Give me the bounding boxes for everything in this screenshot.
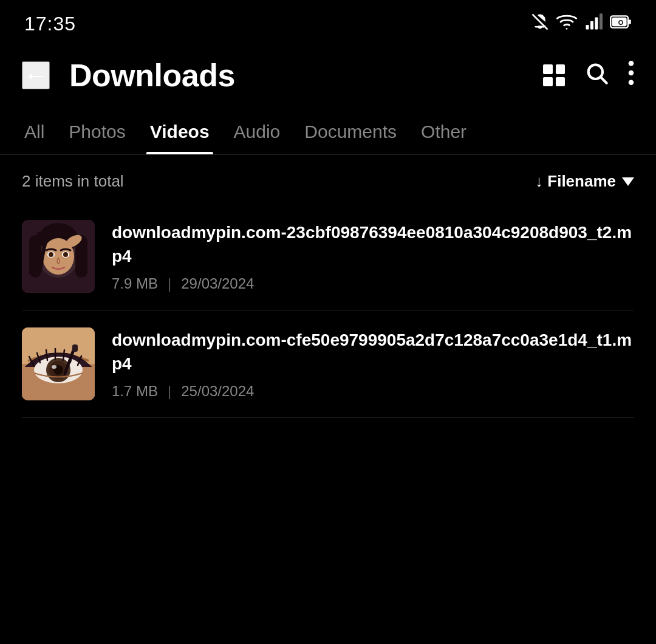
file-size: 7.9 MB: [112, 275, 158, 292]
back-button[interactable]: ←: [22, 61, 50, 89]
svg-point-12: [629, 70, 634, 76]
wifi-icon: [556, 13, 577, 35]
app-header: ← Downloads: [0, 43, 656, 108]
status-bar: 17:35: [0, 0, 656, 43]
bell-muted-icon: [531, 13, 549, 35]
signal-icon: [584, 13, 603, 35]
svg-line-10: [601, 78, 607, 83]
svg-point-23: [63, 252, 68, 257]
file-list: downloadmypin.com-23cbf09876394ee0810a30…: [0, 203, 656, 418]
grid-view-button[interactable]: [543, 64, 565, 86]
sort-button[interactable]: ↓ Filename: [535, 172, 634, 191]
filter-tabs: All Photos Videos Audio Documents Other: [0, 108, 656, 155]
search-button[interactable]: [584, 61, 609, 90]
tab-all[interactable]: All: [22, 114, 56, 154]
header-actions: [543, 61, 634, 90]
svg-rect-6: [628, 19, 631, 24]
svg-point-22: [49, 252, 53, 257]
svg-text:O: O: [618, 18, 623, 26]
sort-label: ↓ Filename: [535, 172, 616, 191]
svg-rect-1: [586, 25, 589, 30]
file-meta: 1.7 MB | 25/03/2024: [112, 383, 634, 400]
tab-documents[interactable]: Documents: [292, 114, 409, 154]
svg-rect-2: [590, 21, 593, 29]
file-name: downloadmypin.com-cfe50e9799905a2d7c128a…: [112, 328, 634, 375]
svg-rect-34: [72, 344, 78, 352]
file-thumbnail: [22, 327, 95, 400]
list-item[interactable]: downloadmypin.com-cfe50e9799905a2d7c128a…: [22, 310, 634, 418]
more-options-button[interactable]: [628, 61, 634, 90]
tab-videos[interactable]: Videos: [138, 114, 222, 154]
tab-photos[interactable]: Photos: [56, 114, 137, 154]
svg-point-11: [629, 61, 634, 66]
meta-separator: |: [168, 383, 171, 400]
items-count: 2 items in total: [22, 172, 124, 191]
file-meta: 7.9 MB | 29/03/2024: [112, 275, 634, 292]
file-thumbnail: [22, 220, 95, 293]
sort-bar: 2 items in total ↓ Filename: [0, 155, 656, 203]
meta-separator: |: [168, 275, 171, 292]
file-size: 1.7 MB: [112, 383, 158, 400]
file-info: downloadmypin.com-cfe50e9799905a2d7c128a…: [112, 328, 634, 400]
list-item[interactable]: downloadmypin.com-23cbf09876394ee0810a30…: [22, 203, 634, 310]
battery-icon: O: [610, 13, 632, 35]
file-date: 25/03/2024: [181, 383, 254, 400]
status-icons: O: [531, 13, 632, 35]
page-title: Downloads: [69, 57, 528, 94]
svg-point-13: [629, 80, 634, 85]
file-date: 29/03/2024: [181, 275, 254, 292]
svg-point-32: [52, 365, 56, 369]
file-name: downloadmypin.com-23cbf09876394ee0810a30…: [112, 221, 634, 268]
tab-audio[interactable]: Audio: [222, 114, 293, 154]
status-time: 17:35: [24, 13, 76, 35]
sort-chevron-icon: [622, 177, 634, 186]
svg-rect-4: [600, 13, 603, 29]
tab-other[interactable]: Other: [409, 114, 479, 154]
file-info: downloadmypin.com-23cbf09876394ee0810a30…: [112, 221, 634, 292]
svg-rect-3: [595, 17, 598, 29]
